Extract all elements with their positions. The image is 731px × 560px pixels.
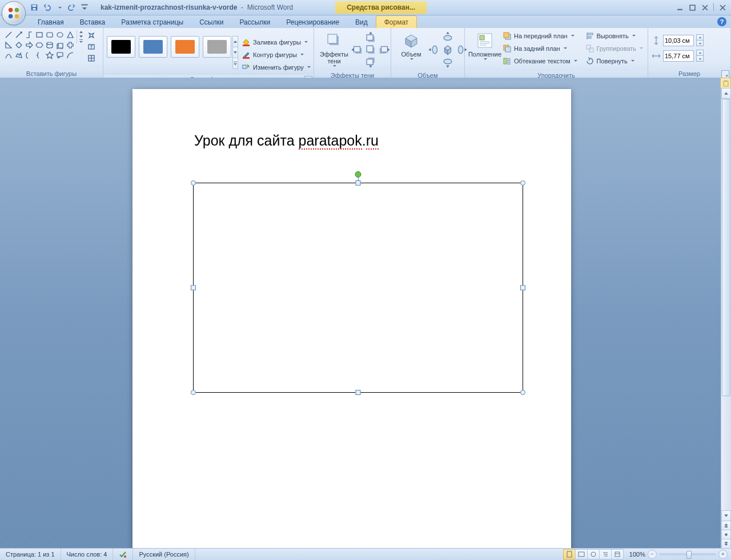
width-field[interactable] (664, 53, 693, 59)
next-page-button[interactable] (721, 539, 731, 549)
resize-handle-n[interactable] (356, 180, 361, 186)
shape-rtriangle-icon[interactable] (3, 40, 13, 50)
group-button[interactable]: Группировать (584, 42, 645, 54)
tilt-up-icon[interactable] (441, 31, 454, 42)
scroll-down-button[interactable] (721, 510, 731, 521)
tab-mailings[interactable]: Рассылки (231, 16, 278, 28)
shape-freeform-icon[interactable] (14, 50, 23, 60)
zoom-out-button[interactable]: − (648, 550, 657, 559)
resize-handle-sw[interactable] (191, 390, 196, 395)
scroll-thumb[interactable] (722, 99, 730, 396)
dialog-launcher-icon[interactable] (721, 70, 729, 78)
office-button[interactable] (2, 1, 26, 25)
status-page[interactable]: Страница: 1 из 1 (0, 549, 61, 560)
select-browse-object-button[interactable] (721, 530, 731, 539)
inner-close-button[interactable] (717, 3, 728, 12)
shadow-effects-button[interactable]: Эффекты тени (318, 30, 351, 69)
draft-view-button[interactable] (611, 549, 624, 559)
shape-ellipse-icon[interactable] (55, 30, 65, 39)
redo-button[interactable] (66, 2, 78, 13)
width-spinner[interactable] (696, 50, 704, 62)
more-shapes-icon[interactable] (77, 39, 85, 43)
shape-diamond-icon[interactable] (14, 40, 23, 50)
tab-insert[interactable]: Вставка (72, 16, 114, 28)
resize-handle-w[interactable] (191, 285, 196, 291)
undo-dropdown[interactable] (54, 2, 65, 13)
text-box-icon[interactable] (86, 41, 97, 52)
change-shape-button[interactable]: Изменить фигуру (240, 61, 312, 73)
tab-home[interactable]: Главная (30, 16, 72, 28)
status-proofing[interactable] (113, 549, 133, 560)
shape-rect-icon[interactable] (34, 30, 44, 39)
resize-handle-e[interactable] (520, 285, 525, 291)
qat-customize[interactable] (79, 2, 90, 13)
more-styles-icon[interactable] (232, 58, 238, 69)
style-gallery[interactable] (107, 36, 231, 58)
scroll-up-icon[interactable] (77, 30, 85, 34)
status-word-count[interactable]: Число слов: 4 (61, 549, 114, 560)
vertical-scrollbar[interactable] (721, 88, 731, 549)
shape-brace-icon[interactable] (34, 50, 44, 60)
web-layout-view-button[interactable] (587, 549, 600, 559)
shape-bracket-icon[interactable] (24, 50, 34, 60)
clipboard-side-icon[interactable] (720, 78, 731, 88)
zoom-in-button[interactable]: + (718, 550, 728, 559)
tilt-left-icon[interactable] (428, 43, 440, 55)
resize-handle-ne[interactable] (520, 180, 525, 186)
scroll-up-icon[interactable] (232, 36, 238, 47)
page[interactable]: Урок для сайта paratapok.ru (132, 89, 571, 549)
three-d-button[interactable]: Объем (395, 30, 428, 69)
align-button[interactable]: Выровнять (584, 30, 645, 42)
text-wrap-button[interactable]: Обтекание текстом (501, 55, 579, 67)
style-swatch-4[interactable] (203, 36, 231, 58)
prev-page-button[interactable] (721, 521, 731, 530)
tab-references[interactable]: Ссылки (191, 16, 231, 28)
shape-triangle-icon[interactable] (65, 30, 75, 39)
zoom-value[interactable]: 100% (629, 551, 645, 558)
shape-hexagon-icon[interactable] (34, 40, 44, 50)
nudge-up-icon[interactable] (364, 31, 377, 42)
style-gallery-more[interactable] (232, 36, 238, 69)
shape-roundrect-icon[interactable] (45, 30, 54, 39)
three-d-toggle-icon[interactable] (441, 43, 454, 55)
style-swatch-2[interactable] (139, 36, 167, 58)
shape-arrow-right-icon[interactable] (24, 40, 34, 50)
height-spinner[interactable] (696, 34, 704, 46)
nudge-down-icon[interactable] (364, 56, 377, 67)
save-button[interactable] (29, 2, 40, 13)
selected-shape[interactable] (193, 183, 523, 393)
shapes-gallery-scroll[interactable] (77, 30, 85, 43)
bring-to-front-button[interactable]: На передний план (501, 30, 579, 42)
maximize-button[interactable] (687, 3, 697, 12)
shape-line-icon[interactable] (3, 30, 13, 39)
tab-page-layout[interactable]: Разметка страницы (113, 16, 191, 28)
shapes-gallery[interactable] (3, 30, 75, 60)
nudge-left-icon[interactable] (351, 43, 363, 55)
minimize-button[interactable] (674, 3, 685, 12)
tab-view[interactable]: Вид (347, 16, 376, 28)
shape-star-icon[interactable] (45, 50, 54, 60)
shape-outline-button[interactable]: Контур фигуры (240, 49, 312, 61)
print-layout-view-button[interactable] (563, 549, 576, 559)
scroll-track[interactable] (721, 99, 731, 510)
shape-curve-icon[interactable] (3, 50, 13, 60)
full-screen-view-button[interactable] (575, 549, 588, 559)
tab-review[interactable]: Рецензирование (278, 16, 347, 28)
shape-cube-icon[interactable] (55, 40, 65, 50)
shape-callout-icon[interactable] (55, 50, 65, 60)
tilt-down-icon[interactable] (441, 56, 454, 67)
send-to-back-button[interactable]: На задний план (501, 42, 579, 54)
undo-button[interactable] (41, 2, 53, 13)
rotate-button[interactable]: Повернуть (584, 55, 645, 67)
resize-handle-se[interactable] (520, 390, 525, 395)
shape-plus-icon[interactable] (65, 40, 75, 50)
shape-connector-icon[interactable] (24, 30, 34, 39)
position-button[interactable]: Положение (468, 30, 501, 69)
outline-view-button[interactable] (599, 549, 612, 559)
shape-cylinder-icon[interactable] (45, 40, 54, 50)
help-icon[interactable]: ? (717, 17, 726, 26)
resize-handle-s[interactable] (356, 390, 361, 395)
nudge-right-icon[interactable] (378, 43, 391, 55)
insert-table-icon[interactable] (86, 53, 97, 63)
status-language[interactable]: Русский (Россия) (133, 549, 195, 560)
